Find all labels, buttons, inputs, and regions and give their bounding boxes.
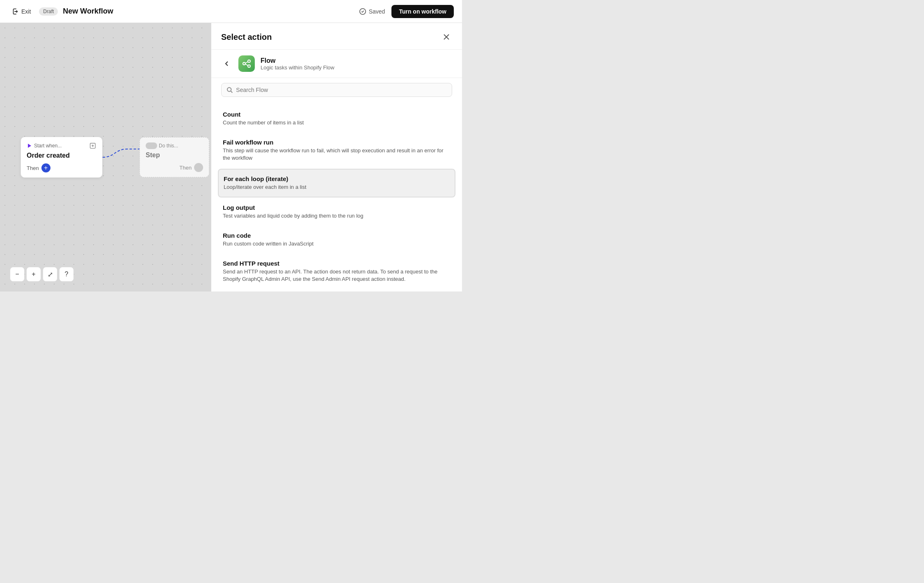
flow-icon xyxy=(238,55,255,72)
back-button[interactable] xyxy=(221,58,233,69)
header-right: Saved Turn on workflow xyxy=(359,5,454,18)
svg-point-7 xyxy=(248,65,250,67)
step-then: Then xyxy=(146,163,203,172)
action-title-fail-workflow: Fail workflow run xyxy=(223,139,451,146)
step-toggle[interactable] xyxy=(146,142,157,149)
canvas-toolbar: − + ⤢ ? xyxy=(10,267,74,282)
action-item-count[interactable]: CountCount the number of items in a list xyxy=(218,105,455,132)
action-title-count: Count xyxy=(223,111,451,118)
zoom-in-button[interactable]: + xyxy=(26,267,41,282)
svg-line-9 xyxy=(245,64,248,66)
zoom-out-button[interactable]: − xyxy=(10,267,25,282)
step-then-circle xyxy=(194,163,203,172)
svg-line-11 xyxy=(231,91,233,93)
flow-description: Logic tasks within Shopify Flow xyxy=(261,64,334,71)
start-when-label: Start when... xyxy=(34,143,62,149)
action-item-fail-workflow[interactable]: Fail workflow runThis step will cause th… xyxy=(218,133,455,168)
search-icon xyxy=(226,87,233,93)
action-desc-log-output: Test variables and liquid code by adding… xyxy=(223,212,451,220)
saved-icon xyxy=(359,8,366,15)
step-node[interactable]: Do this... Step Then xyxy=(140,137,209,177)
close-panel-button[interactable] xyxy=(441,31,452,43)
action-desc-fail-workflow: This step will cause the workflow run to… xyxy=(223,147,451,162)
header-left: Exit Draft New Workflow xyxy=(8,6,113,17)
select-action-panel: Select action Flow Logic task xyxy=(211,23,462,292)
action-title-log-output: Log output xyxy=(223,204,451,211)
action-desc-send-http: Send an HTTP request to an API. The acti… xyxy=(223,268,451,283)
action-item-run-code[interactable]: Run codeRun custom code written in JavaS… xyxy=(218,226,455,253)
connector xyxy=(103,145,140,170)
action-item-send-http[interactable]: Send HTTP requestSend an HTTP request to… xyxy=(218,254,455,289)
flow-navigation: Flow Logic tasks within Shopify Flow xyxy=(211,50,462,78)
search-input[interactable] xyxy=(236,87,447,93)
flow-name: Flow xyxy=(261,57,334,64)
panel-title: Select action xyxy=(221,32,272,42)
panel-header: Select action xyxy=(211,23,462,50)
turn-on-workflow-button[interactable]: Turn on workflow xyxy=(391,5,454,18)
connector-svg xyxy=(103,145,140,170)
flow-logo-icon xyxy=(242,59,252,69)
trigger-then: Then + xyxy=(27,163,96,172)
do-label: Do this... xyxy=(159,143,178,149)
action-title-for-each-loop: For each loop (iterate) xyxy=(224,175,450,182)
step-node-title: Step xyxy=(146,151,203,159)
exit-label: Exit xyxy=(21,8,31,15)
saved-indicator: Saved xyxy=(359,8,385,15)
action-desc-run-code: Run custom code written in JavaScript xyxy=(223,240,451,248)
workflow-title: New Workflow xyxy=(63,7,113,16)
action-title-send-http: Send HTTP request xyxy=(223,260,451,267)
step-node-header: Do this... xyxy=(146,142,203,149)
trigger-node-header: Start when... xyxy=(27,142,96,149)
search-input-wrapper xyxy=(221,83,452,97)
fit-button[interactable]: ⤢ xyxy=(43,267,57,282)
action-desc-for-each-loop: Loop/iterate over each item in a list xyxy=(224,184,450,191)
svg-point-5 xyxy=(243,62,245,65)
svg-point-10 xyxy=(227,87,231,92)
do-this-label: Do this... xyxy=(146,142,178,149)
add-step-button[interactable]: + xyxy=(41,163,50,172)
action-item-for-each-loop[interactable]: For each loop (iterate)Loop/iterate over… xyxy=(218,169,455,197)
back-icon xyxy=(223,60,231,67)
exit-icon xyxy=(11,8,19,15)
saved-label: Saved xyxy=(369,8,385,15)
svg-point-6 xyxy=(248,60,250,62)
action-desc-count: Count the number of items in a list xyxy=(223,119,451,126)
trigger-icon xyxy=(27,143,32,149)
svg-line-8 xyxy=(245,62,248,64)
step-then-label: Then xyxy=(179,165,192,171)
import-icon xyxy=(89,142,96,149)
action-title-run-code: Run code xyxy=(223,232,451,239)
flow-info: Flow Logic tasks within Shopify Flow xyxy=(261,57,334,71)
search-container xyxy=(211,78,462,102)
trigger-node-title: Order created xyxy=(27,152,96,159)
workflow-nodes: Start when... Order created Then + xyxy=(21,137,209,178)
actions-list: CountCount the number of items in a list… xyxy=(211,102,462,292)
svg-marker-1 xyxy=(28,144,31,148)
trigger-label: Start when... xyxy=(27,143,62,149)
draft-badge: Draft xyxy=(39,7,58,16)
then-label: Then xyxy=(27,165,39,171)
trigger-node[interactable]: Start when... Order created Then + xyxy=(21,137,103,178)
help-button[interactable]: ? xyxy=(59,267,74,282)
action-item-log-output[interactable]: Log outputTest variables and liquid code… xyxy=(218,198,455,225)
exit-button[interactable]: Exit xyxy=(8,6,34,17)
header: Exit Draft New Workflow Saved Turn on wo… xyxy=(0,0,462,23)
close-icon xyxy=(443,34,450,40)
